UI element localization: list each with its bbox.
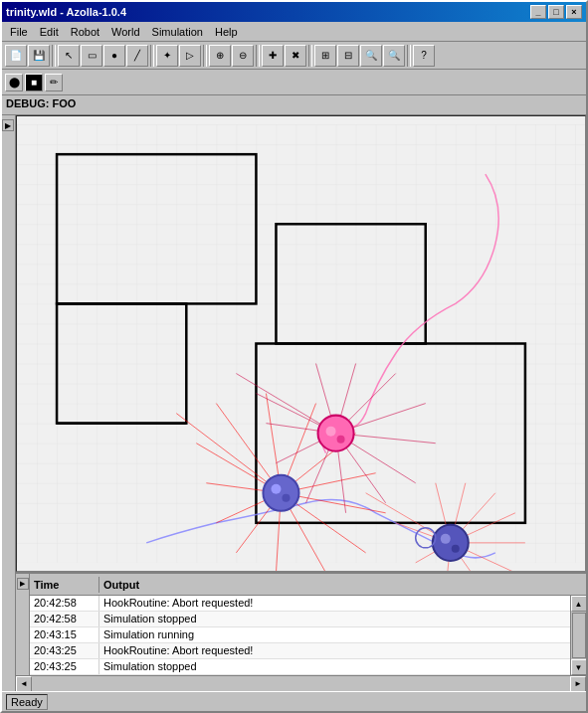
log-expand-icon[interactable]: ▶ <box>17 578 29 590</box>
toolbar-sep1 <box>52 45 56 67</box>
copy-button[interactable]: ⊕ <box>209 45 231 67</box>
log-msg: Simulation stopped <box>99 659 570 674</box>
paste-button[interactable]: ⊖ <box>232 45 254 67</box>
menu-bar: File Edit Robot World Simulation Help <box>2 22 586 42</box>
circle-button[interactable]: ● <box>103 45 125 67</box>
debug-bar: DEBUG: FOO <box>2 95 586 115</box>
toolbar-sep6 <box>407 45 411 67</box>
toolbar-sep2 <box>150 45 154 67</box>
scroll-left-button[interactable]: ◄ <box>16 676 32 692</box>
menu-world[interactable]: World <box>105 24 146 40</box>
scroll-down-button[interactable]: ▼ <box>571 659 587 675</box>
log-row: 20:43:25 Simulation stopped <box>30 659 570 675</box>
svg-point-53 <box>441 534 451 544</box>
log-scrollbar: ▲ ▼ <box>570 596 586 675</box>
maximize-button[interactable]: □ <box>548 5 564 19</box>
h-scroll-track[interactable] <box>32 676 570 692</box>
log-scroll[interactable]: 20:42:58 HookRoutine: Abort requested! 2… <box>30 596 570 675</box>
draw-tool[interactable]: ⬤ <box>5 74 23 91</box>
toolbar-row1: 📄 💾 ↖ ▭ ● ╱ ✦ ▷ ⊕ ⊖ ✚ ✖ ⊞ ⊟ 🔍 🔍 ? <box>2 42 586 70</box>
svg-point-48 <box>337 436 345 444</box>
log-time: 20:42:58 <box>30 612 99 626</box>
left-panel: ▶ <box>2 115 16 691</box>
menu-robot[interactable]: Robot <box>65 24 105 40</box>
select-button[interactable]: ↖ <box>58 45 80 67</box>
log-time: 20:43:25 <box>30 643 99 658</box>
log-time: 20:42:58 <box>30 596 99 611</box>
log-msg: Simulation running <box>99 627 570 642</box>
minimize-button[interactable]: _ <box>530 5 546 19</box>
log-row: 20:43:25 HookRoutine: Abort requested! <box>30 643 570 659</box>
log-row: 20:43:15 Simulation running <box>30 627 570 643</box>
svg-point-54 <box>452 545 460 553</box>
line-button[interactable]: ╱ <box>126 45 148 67</box>
toolbar-sep4 <box>256 45 260 67</box>
scroll-up-button[interactable]: ▲ <box>571 596 587 612</box>
expand-icon[interactable]: ▶ <box>2 119 14 131</box>
scroll-right-button[interactable]: ► <box>570 676 586 692</box>
tool9[interactable]: ✚ <box>262 45 284 67</box>
log-panel: ▶ Time Output 20:42:58 <box>16 572 586 691</box>
log-col-time: Time <box>30 577 99 593</box>
close-button[interactable]: × <box>566 5 582 19</box>
log-msg: HookRoutine: Abort requested! <box>99 596 570 611</box>
menu-edit[interactable]: Edit <box>34 24 65 40</box>
tool5[interactable]: ✦ <box>156 45 178 67</box>
log-time: 20:43:15 <box>30 627 99 642</box>
menu-file[interactable]: File <box>4 24 34 40</box>
tool11[interactable]: ⊞ <box>314 45 336 67</box>
svg-point-50 <box>271 484 281 494</box>
toolbar-sep5 <box>308 45 312 67</box>
log-header: Time Output <box>30 574 586 596</box>
tool6[interactable]: ▷ <box>179 45 201 67</box>
svg-point-47 <box>326 427 336 437</box>
main-window: trinity.wld - Azolla-1.0.4 _ □ × File Ed… <box>0 0 588 713</box>
wall-button[interactable]: ▭ <box>81 45 102 67</box>
svg-point-49 <box>263 475 298 511</box>
svg-point-52 <box>433 525 469 561</box>
status-bar: Ready <box>2 691 586 711</box>
main-content: ▶ <box>2 115 586 691</box>
menu-help[interactable]: Help <box>209 24 244 40</box>
help-button[interactable]: ? <box>413 45 435 67</box>
tool10[interactable]: ✖ <box>285 45 306 67</box>
fill-tool[interactable]: ■ <box>25 74 43 91</box>
sim-svg <box>17 116 585 571</box>
simulation-canvas[interactable] <box>16 115 586 572</box>
zoom-in-button[interactable]: 🔍 <box>360 45 382 67</box>
log-msg: Simulation stopped <box>99 612 570 626</box>
log-row: 20:42:58 Simulation stopped <box>30 612 570 627</box>
log-col-output: Output <box>99 577 586 593</box>
toolbar-row2: ⬤ ■ ✏ <box>2 70 586 95</box>
h-scroll: ◄ ► <box>16 675 586 691</box>
svg-point-51 <box>282 494 290 502</box>
zoom-out-button[interactable]: 🔍 <box>383 45 405 67</box>
title-bar: trinity.wld - Azolla-1.0.4 _ □ × <box>2 2 586 22</box>
log-msg: HookRoutine: Abort requested! <box>99 643 570 658</box>
new-button[interactable]: 📄 <box>5 45 27 67</box>
svg-point-46 <box>318 416 354 451</box>
menu-simulation[interactable]: Simulation <box>146 24 209 40</box>
log-row: 20:42:58 HookRoutine: Abort requested! <box>30 596 570 612</box>
debug-text: DEBUG: FOO <box>6 97 76 109</box>
window-title: trinity.wld - Azolla-1.0.4 <box>6 6 126 18</box>
canvas-container: ▶ Time Output 20:42:58 <box>16 115 586 691</box>
toolbar-sep3 <box>203 45 207 67</box>
title-buttons: _ □ × <box>530 5 582 19</box>
save-button[interactable]: 💾 <box>28 45 50 67</box>
scroll-thumb[interactable] <box>572 613 586 658</box>
line-tool[interactable]: ✏ <box>45 74 63 91</box>
status-text: Ready <box>6 694 48 710</box>
log-time: 20:43:25 <box>30 659 99 674</box>
tool12[interactable]: ⊟ <box>337 45 359 67</box>
